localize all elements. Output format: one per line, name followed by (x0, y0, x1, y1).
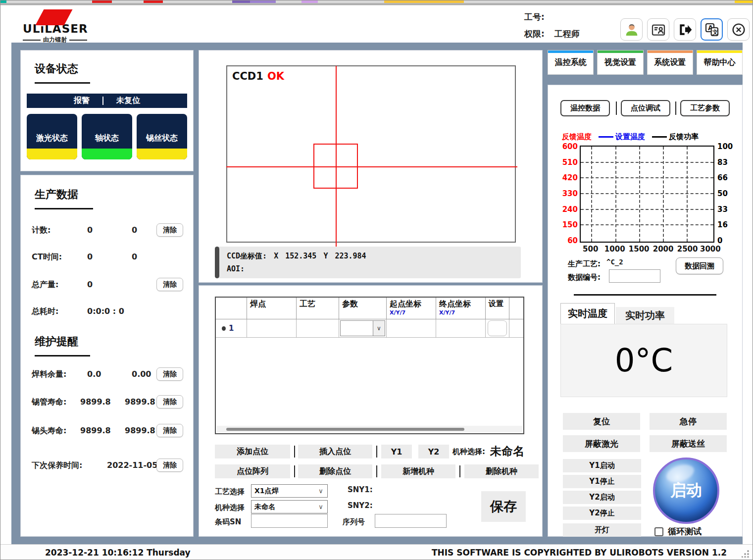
model-select[interactable]: 未命名 ∨ (251, 500, 328, 513)
status-cards: 激光状态 轴状态 锡丝状态 (27, 114, 187, 159)
reset-button[interactable]: 复位 (563, 413, 640, 430)
permission-row: 权限: 工程师 (524, 28, 580, 40)
header: ULiLASER 由力镭射 工号: 权限: 工程师 (0, 5, 753, 43)
tin-head-life-value-2: 9899.8 (125, 426, 155, 435)
mask-wire-feed-button[interactable]: 屏蔽送丝 (650, 435, 727, 452)
next-maintenance-clear-button[interactable]: 清除 (156, 458, 183, 472)
tab-realtime-power[interactable]: 实时功率 (616, 307, 674, 324)
process-select-value: X1点焊 (251, 487, 314, 496)
y2-stop-button[interactable]: Y2停止 (563, 507, 641, 520)
y2-start-button[interactable]: Y2启动 (563, 491, 641, 504)
tab-system-settings[interactable]: 系统设置 (647, 50, 693, 75)
light-on-button[interactable]: 开灯 (563, 523, 641, 537)
svg-text:文: 文 (711, 28, 718, 35)
ccd-x-label: X (274, 252, 278, 260)
ccd-camera-name: CCD1 (232, 70, 263, 82)
ct-time-value-2: 0 (132, 252, 137, 261)
language-button[interactable]: A 文 (701, 18, 723, 41)
parameter-dropdown[interactable]: ∨ (340, 320, 385, 336)
y-right-tick: 100 (717, 142, 733, 151)
row-index-header (216, 298, 247, 319)
table-row[interactable]: 1 ∨ (216, 319, 523, 338)
tab-help-center[interactable]: 帮助中心 (697, 50, 743, 75)
row-settings-button[interactable] (488, 320, 507, 336)
start-coord-title: 起点坐标 (390, 299, 434, 309)
model-select-label: 机种选择 (215, 503, 245, 512)
datetime-text: 2023-12-21 10:16:12 Thursday (45, 548, 191, 558)
tin-tube-life-label: 锡管寿命: (32, 397, 66, 407)
insert-point-button[interactable]: 插入点位 (298, 445, 372, 458)
id-card-button[interactable] (647, 18, 669, 41)
employee-label: 工号: (524, 11, 545, 23)
table-scrollbar-thumb[interactable] (226, 428, 464, 431)
y2-button[interactable]: Y2 (418, 445, 449, 458)
y1-start-button[interactable]: Y1启动 (563, 459, 641, 472)
loop-test-checkbox[interactable] (654, 527, 663, 536)
process-cell[interactable] (297, 319, 339, 337)
delete-model-button[interactable]: 删除机种 (464, 464, 539, 478)
ccd-camera-view[interactable]: CCD1OK (226, 65, 516, 243)
y-left-tick: 600 (562, 142, 578, 151)
process-param-button[interactable]: 工艺参数 (680, 100, 730, 116)
tab-temperature-system[interactable]: 温控系统 (548, 50, 594, 75)
process-select[interactable]: X1点焊 ∨ (251, 484, 328, 498)
table-scrollbar-track[interactable] (217, 426, 522, 432)
save-button[interactable]: 保存 (481, 491, 526, 522)
settings-cell (486, 319, 509, 337)
start-coord-cell[interactable] (387, 319, 436, 337)
wire-status-card[interactable]: 锡丝状态 (137, 114, 187, 159)
chevron-down-icon: ∨ (314, 503, 327, 510)
chevron-down-icon[interactable]: ∨ (373, 321, 385, 336)
grid-line (639, 147, 640, 242)
barcode-input[interactable] (251, 514, 328, 528)
temp-data-button[interactable]: 温控数据 (560, 100, 610, 116)
axis-status-card[interactable]: 轴状态 (82, 114, 132, 159)
temperature-control-panel: 温控数据 点位调试 工艺参数 反馈温度 设置温度 反馈功率 600 510 42… (548, 85, 743, 537)
logout-button[interactable] (674, 18, 696, 41)
user-avatar-button[interactable] (620, 18, 643, 41)
permission-value: 工程师 (554, 28, 580, 40)
point-array-button[interactable]: 点位阵列 (215, 464, 290, 478)
start-button[interactable]: 启动 (653, 458, 719, 524)
emergency-stop-button[interactable]: 急停 (650, 413, 727, 430)
solder-remain-clear-button[interactable]: 清除 (156, 367, 183, 381)
next-maintenance-row: 下次保养时间: 2022-11-05 清除 (28, 460, 186, 473)
y-right-tick: 50 (717, 189, 728, 198)
data-number-input[interactable] (609, 269, 660, 283)
y1-stop-button[interactable]: Y1停止 (563, 475, 641, 488)
count-clear-button[interactable]: 清除 (156, 223, 183, 237)
weld-point-cell[interactable] (247, 319, 297, 337)
col-parameter: 参数 (339, 298, 387, 319)
row-index: 1 (229, 324, 234, 333)
separator (294, 465, 295, 477)
end-coord-cell[interactable] (436, 319, 486, 337)
next-maintenance-date: 2022-11-05 (107, 460, 157, 470)
x-tick: 1000 (604, 245, 625, 254)
total-output-clear-button[interactable]: 清除 (156, 278, 183, 291)
tab-realtime-temperature[interactable]: 实时温度 (560, 303, 615, 324)
col-weld-point: 焊点 (247, 298, 297, 319)
x-axis-labels: 500 1000 1500 2000 2500 3000 (580, 245, 714, 254)
y-right-tick: 0 (717, 236, 722, 245)
close-button[interactable] (727, 18, 750, 41)
data-backtrack-button[interactable]: 数据回溯 (676, 257, 723, 274)
process-select-label: 工艺选择 (215, 487, 245, 497)
next-maintenance-label: 下次保养时间: (32, 460, 82, 471)
x-tick: 2000 (653, 245, 674, 254)
tab-vision-settings[interactable]: 视觉设置 (597, 50, 643, 75)
resize-grip[interactable] (742, 550, 750, 558)
tin-tube-life-row: 锡管寿命: 9899.8 9899.8 清除 (28, 397, 186, 410)
grid-line (581, 209, 713, 210)
add-point-button[interactable]: 添加点位 (215, 445, 290, 458)
tin-head-life-clear-button[interactable]: 清除 (156, 424, 183, 437)
delete-point-button[interactable]: 删除点位 (298, 464, 372, 478)
laser-status-card[interactable]: 激光状态 (27, 114, 77, 159)
new-model-button[interactable]: 新增机种 (381, 464, 455, 478)
production-process-value: ^C_2 (606, 258, 623, 266)
y1-button[interactable]: Y1 (381, 445, 412, 458)
mask-laser-button[interactable]: 屏蔽激光 (563, 435, 640, 452)
serial-input[interactable] (375, 514, 447, 528)
divider (574, 294, 716, 296)
point-debug-button[interactable]: 点位调试 (621, 100, 670, 116)
tin-tube-life-clear-button[interactable]: 清除 (156, 395, 183, 408)
